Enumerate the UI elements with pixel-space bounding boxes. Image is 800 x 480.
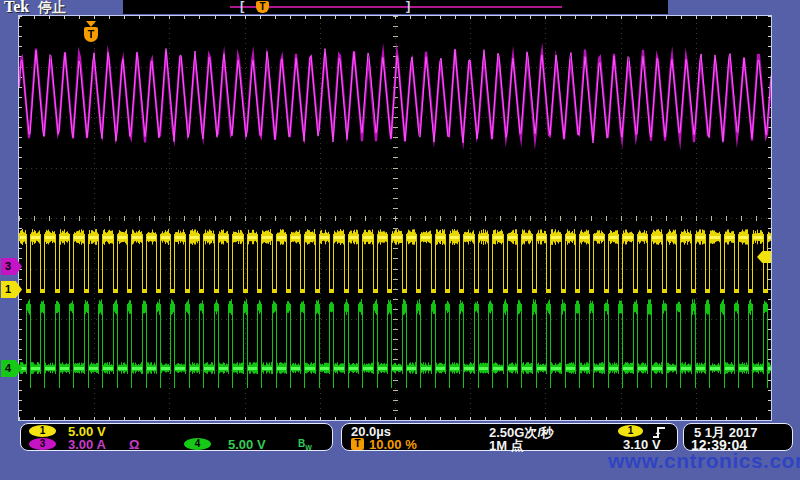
ch4-scale: 5.00 V — [228, 437, 266, 452]
ch4-bandwidth-icon: BW — [298, 438, 312, 451]
trigger-t-icon: T — [84, 27, 98, 42]
graticule: T — [18, 15, 772, 421]
horizontal-trigger-panel[interactable]: 20.0µs 2.50G次/秒 1 T 10.00 % 1M 点 3.10 V — [341, 423, 678, 451]
record-view-bar[interactable]: [ ] T — [123, 0, 668, 14]
datetime-panel[interactable]: 5 1月 2017 12:39:04 — [683, 423, 793, 451]
trigger-position-percent: 10.00 % — [369, 437, 417, 452]
record-length: 1M 点 — [489, 437, 524, 455]
window-right-bracket: ] — [406, 0, 410, 13]
window-left-bracket: [ — [240, 0, 244, 13]
tek-logo: Tek — [4, 0, 29, 16]
ch3-scale: 3.00 A — [68, 437, 106, 452]
trigger-source-badge[interactable]: 1 — [618, 425, 643, 437]
ch4-badge[interactable]: 4 — [184, 438, 211, 450]
ch3-coupling: Ω — [129, 437, 139, 452]
trigger-position-badge[interactable]: T — [351, 438, 364, 450]
record-waveform-line — [230, 6, 562, 8]
watermark: www.cntronics.com — [608, 449, 800, 473]
oscilloscope-screen: Tek 停止 [ ] T T 3 1 4 1 5.00 V 3 3.00 A Ω… — [0, 0, 800, 480]
channels-readout-panel[interactable]: 1 5.00 V 3 3.00 A Ω 4 5.00 V BW — [20, 423, 333, 451]
trigger-position-marker[interactable]: T — [84, 21, 98, 43]
ch1-badge[interactable]: 1 — [29, 425, 56, 437]
record-trigger-icon[interactable]: T — [256, 1, 269, 13]
waveform-canvas — [19, 16, 771, 420]
ch3-badge[interactable]: 3 — [29, 438, 56, 450]
